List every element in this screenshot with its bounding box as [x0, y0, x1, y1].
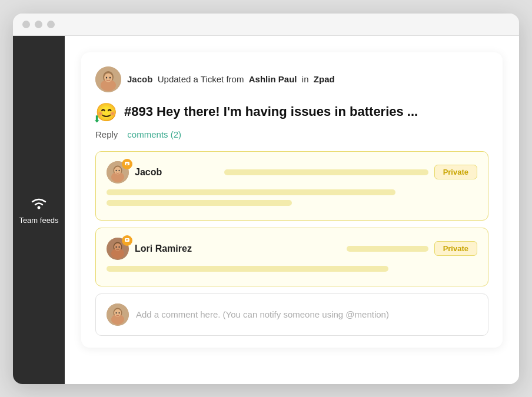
comment-header-2: Lori Ramirez Private [107, 238, 477, 260]
svg-point-0 [37, 206, 40, 209]
sidebar-item-team-feeds[interactable]: Team feeds [13, 188, 64, 231]
ticket-emoji: 😊 ⬇ [95, 102, 117, 122]
comment-card-1: Jacob Private [95, 151, 488, 221]
activity-header: Jacob Updated a Ticket from Ashlin Paul … [95, 66, 488, 92]
comment-content-line-1b [107, 200, 292, 206]
browser-dot-1 [22, 21, 30, 28]
browser-body: Team feeds [13, 36, 519, 384]
comment-avatar-wrap-1 [107, 161, 129, 184]
activity-connector: in [302, 74, 309, 84]
svg-point-12 [119, 169, 120, 171]
arrow-icon: ⬇ [93, 114, 101, 125]
browser-window: Team feeds [13, 14, 519, 384]
svg-point-30 [119, 312, 120, 313]
comment-bubble-icon-2 [122, 235, 132, 246]
comment-name-line-1 [224, 169, 428, 175]
comment-name-line-2 [347, 246, 428, 252]
add-comment-placeholder: Add a comment here. (You can notify some… [136, 309, 389, 319]
comment-card-2: Lori Ramirez Private [95, 228, 488, 286]
private-badge-2: Private [434, 241, 477, 256]
ticket-title: #893 Hey there! I'm having issues in bat… [124, 104, 418, 119]
activity-text: Jacob Updated a Ticket from Ashlin Paul … [127, 74, 335, 84]
comment-author-1: Jacob [135, 167, 216, 178]
comments-link[interactable]: comments (2) [127, 129, 181, 139]
private-badge-1: Private [434, 165, 477, 179]
comment-author-2: Lori Ramirez [135, 243, 338, 254]
comment-content-line-1a [107, 189, 395, 195]
main-content: Jacob Updated a Ticket from Ashlin Paul … [65, 36, 519, 384]
svg-point-29 [116, 312, 117, 313]
activity-from-name: Ashlin Paul [249, 74, 297, 84]
svg-point-6 [109, 76, 111, 78]
add-comment-box[interactable]: Add a comment here. (You can notify some… [95, 293, 488, 336]
feed-card: Jacob Updated a Ticket from Ashlin Paul … [81, 52, 503, 348]
svg-point-11 [116, 169, 117, 171]
avatar-jacob-header [95, 66, 121, 92]
comment-content-line-2a [107, 266, 388, 272]
team-feeds-icon [29, 194, 49, 213]
svg-point-5 [106, 76, 107, 78]
reply-link[interactable]: Reply [95, 129, 118, 139]
sidebar: Team feeds [13, 36, 65, 384]
activity-action: Updated a Ticket from [158, 74, 244, 84]
browser-dot-3 [47, 21, 55, 28]
activity-user-name: Jacob [127, 74, 152, 84]
sidebar-item-label-team-feeds: Team feeds [19, 216, 58, 225]
browser-dot-2 [35, 21, 42, 28]
activity-app-name: Zpad [314, 74, 335, 84]
svg-point-20 [116, 246, 117, 248]
comment-bubble-icon-1 [122, 159, 132, 169]
avatar-current-user [107, 303, 129, 326]
action-links: Reply comments (2) [95, 129, 488, 139]
ticket-title-row: 😊 ⬇ #893 Hey there! I'm having issues in… [95, 102, 488, 122]
comment-header-1: Jacob Private [107, 161, 477, 184]
comment-avatar-wrap-2 [107, 238, 129, 260]
browser-titlebar [13, 14, 519, 36]
svg-point-21 [119, 246, 120, 248]
